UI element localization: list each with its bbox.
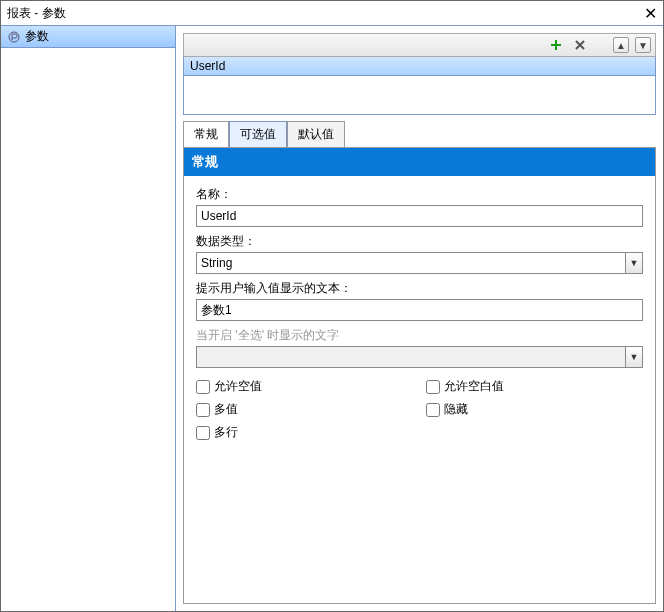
check-multi-line[interactable]: 多行 [196,424,414,441]
dialog-title: 报表 - 参数 [7,5,66,22]
row-prompt: 提示用户输入值显示的文本： [196,280,643,321]
tab-general-label: 常规 [194,127,218,141]
checkbox-hidden[interactable] [426,403,440,417]
row-data-type: 数据类型： ▼ [196,233,643,274]
check-multi-value-label: 多值 [214,401,238,418]
check-multi-line-label: 多行 [214,424,238,441]
tree-root-label: 参数 [25,28,49,45]
tab-available-values[interactable]: 可选值 [229,121,287,147]
checkbox-allow-blank[interactable] [426,380,440,394]
close-icon[interactable]: ✕ [644,4,657,23]
tree-body[interactable] [1,48,175,611]
param-toolbar: ▲ ▼ [183,33,656,57]
dialog-window: 报表 - 参数 ✕ 参数 ▲ ▼ [0,0,664,612]
chevron-down-icon[interactable]: ▼ [625,252,643,274]
tab-default-values[interactable]: 默认值 [287,121,345,147]
input-name[interactable] [196,205,643,227]
param-list[interactable]: UserId [183,57,656,115]
tab-available-label: 可选值 [240,127,276,141]
label-prompt: 提示用户输入值显示的文本： [196,280,643,297]
label-name: 名称： [196,186,643,203]
chevron-down-icon: ▼ [625,346,643,368]
label-data-type: 数据类型： [196,233,643,250]
check-hidden[interactable]: 隐藏 [426,401,644,418]
tab-general[interactable]: 常规 [183,121,229,147]
tree-root-row[interactable]: 参数 [1,26,175,48]
check-allow-null-label: 允许空值 [214,378,262,395]
check-allow-null[interactable]: 允许空值 [196,378,414,395]
move-down-icon[interactable]: ▼ [635,37,651,53]
checkbox-grid: 允许空值 允许空白值 多值 隐藏 [196,378,643,441]
dialog-body: 参数 ▲ ▼ UserId 常规 [1,25,663,611]
select-data-type[interactable]: ▼ [196,252,643,274]
form-area: 名称： 数据类型： ▼ 提示用户输入值显示的文本： [184,176,655,451]
select-select-all-input [196,346,643,368]
check-hidden-label: 隐藏 [444,401,468,418]
section-header-general: 常规 [184,148,655,176]
input-prompt[interactable] [196,299,643,321]
right-pane: ▲ ▼ UserId 常规 可选值 默认值 常规 名称： [176,26,663,611]
label-select-all: 当开启 '全选' 时显示的文字 [196,327,643,344]
tab-default-label: 默认值 [298,127,334,141]
row-select-all: 当开启 '全选' 时显示的文字 ▼ [196,327,643,368]
title-bar: 报表 - 参数 ✕ [1,1,663,25]
param-list-item-label: UserId [190,59,225,73]
check-multi-value[interactable]: 多值 [196,401,414,418]
param-list-item[interactable]: UserId [184,57,655,76]
tab-content-general: 常规 名称： 数据类型： ▼ 提示用户输入值显示的文本： [183,147,656,604]
parameter-root-icon [7,30,21,44]
delete-icon[interactable] [571,36,589,54]
check-allow-blank[interactable]: 允许空白值 [426,378,644,395]
checkbox-multi-value[interactable] [196,403,210,417]
left-tree-pane: 参数 [1,26,176,611]
checkbox-multi-line[interactable] [196,426,210,440]
check-allow-blank-label: 允许空白值 [444,378,504,395]
tab-strip: 常规 可选值 默认值 [183,123,656,147]
checkbox-allow-null[interactable] [196,380,210,394]
add-icon[interactable] [547,36,565,54]
select-data-type-input[interactable] [196,252,643,274]
select-select-all: ▼ [196,346,643,368]
row-name: 名称： [196,186,643,227]
move-up-icon[interactable]: ▲ [613,37,629,53]
